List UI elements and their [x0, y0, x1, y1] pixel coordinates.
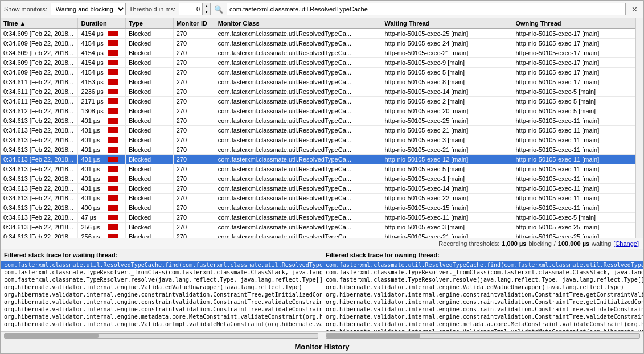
table-scrollbar[interactable]: [635, 18, 643, 238]
owning-stack-scrollbar: [322, 331, 643, 340]
waiting-scrollbar-thumb: [5, 334, 99, 338]
stack-line: org.hibernate.validator.internal.engine.…: [1, 298, 322, 306]
table-row[interactable]: 0:34.613 [Feb 22, 2018...400 µsBlocked27…: [1, 203, 643, 213]
col-header-type[interactable]: Type: [126, 18, 174, 29]
table-row[interactable]: 0:34.609 [Feb 22, 2018...4154 µsBlocked2…: [1, 39, 643, 48]
blocked-bar: [108, 195, 118, 201]
blocked-bar: [108, 176, 118, 182]
waiting-stack-trace-content[interactable]: com.fasterxml.classmate.util.ResolvedTyp…: [1, 261, 322, 331]
table-row[interactable]: 0:34.609 [Feb 22, 2018...4154 µsBlocked2…: [1, 58, 643, 68]
search-icon: 🔍: [214, 5, 223, 14]
recording-thresholds: Recording thresholds: 1,000 µs blocking …: [1, 238, 643, 249]
table-row[interactable]: 0:34.613 [Feb 22, 2018...401 µsBlocked27…: [1, 184, 643, 194]
col-header-monitor-id[interactable]: Monitor ID: [173, 18, 215, 29]
show-monitors-select[interactable]: Waiting and blocking All Waiting only Bl…: [51, 3, 126, 15]
table-row[interactable]: 0:34.611 [Feb 22, 2018...2171 µsBlocked2…: [1, 97, 643, 106]
blocked-bar: [108, 40, 118, 46]
change-link[interactable]: [Change]: [613, 240, 639, 247]
blocked-bar: [108, 118, 118, 124]
table-row[interactable]: 0:34.609 [Feb 22, 2018...4154 µsBlocked2…: [1, 29, 643, 39]
blocked-bar: [108, 166, 118, 172]
blocked-bar: [108, 234, 118, 238]
blocked-bar: [108, 224, 118, 230]
table-row[interactable]: 0:34.613 [Feb 22, 2018...401 µsBlocked27…: [1, 145, 643, 155]
blocked-bar: [108, 60, 118, 65]
table-row[interactable]: 0:34.613 [Feb 22, 2018...401 µsBlocked27…: [1, 174, 643, 184]
table-row[interactable]: 0:34.609 [Feb 22, 2018...4154 µsBlocked2…: [1, 48, 643, 58]
toolbar: Show monitors: Waiting and blocking All …: [1, 1, 643, 18]
col-header-waiting-thread[interactable]: Waiting Thread: [382, 18, 512, 29]
waiting-scrollbar-track[interactable]: [4, 333, 318, 339]
table-row[interactable]: 0:34.613 [Feb 22, 2018...401 µsBlocked27…: [1, 135, 643, 145]
blocked-bar: [108, 157, 118, 162]
blocked-bar: [108, 31, 118, 36]
table-row[interactable]: 0:34.613 [Feb 22, 2018...401 µsBlocked27…: [1, 116, 643, 126]
stack-line: org.hibernate.validator.internal.engine.…: [322, 313, 643, 320]
stack-line: org.hibernate.validator.internal.engine.…: [322, 283, 643, 291]
blocking-label: blocking: [528, 240, 551, 247]
stack-line: org.hibernate.validator.internal.engine.…: [1, 313, 322, 320]
blocked-bar: [108, 127, 118, 133]
waiting-stack-scrollbar: [1, 331, 322, 340]
show-monitors-label: Show monitors:: [4, 6, 47, 13]
bottom-section: Recording thresholds: 1,000 µs blocking …: [1, 238, 643, 353]
blocked-bar: [108, 215, 118, 220]
blocked-bar: [108, 50, 118, 56]
col-header-owning-thread[interactable]: Owning Thread: [512, 18, 643, 29]
threshold-input[interactable]: 0: [179, 3, 202, 15]
table-row[interactable]: 0:34.611 [Feb 22, 2018...4153 µsBlocked2…: [1, 77, 643, 87]
blocked-bar: [108, 186, 118, 191]
stack-line: org.hibernate.validator.internal.engine.…: [322, 320, 643, 328]
stack-line: org.hibernate.validator.internal.engine.…: [322, 291, 643, 298]
monitor-table: Time ▲ Duration Type Monitor ID Monitor …: [1, 18, 643, 238]
table-row[interactable]: 0:34.612 [Feb 22, 2018...1308 µsBlocked2…: [1, 106, 643, 116]
stack-line: org.hibernate.validator.internal.engine.…: [1, 283, 322, 291]
blocked-bar: [108, 205, 118, 211]
stack-line: org.hibernate.validator.internal.engine.…: [322, 306, 643, 313]
col-header-duration[interactable]: Duration: [78, 18, 126, 29]
close-button[interactable]: ✕: [629, 5, 640, 14]
threshold-label: Threshold in ms:: [129, 6, 175, 13]
owning-stack-trace-header: Filtered stack trace for owning thread:: [322, 249, 643, 261]
table-row[interactable]: 0:34.613 [Feb 22, 2018...401 µsBlocked27…: [1, 164, 643, 174]
table-row[interactable]: 0:34.613 [Feb 22, 2018...401 µsBlocked27…: [1, 126, 643, 135]
stack-traces-container: Filtered stack trace for waiting thread:…: [1, 249, 643, 340]
stack-line: com.fasterxml.classmate.TypeResolver.res…: [1, 276, 322, 283]
waiting-value: 100,000 µs: [558, 240, 589, 247]
col-header-time[interactable]: Time ▲: [1, 18, 78, 29]
stack-line: com.fasterxml.classmate.util.ResolvedTyp…: [1, 261, 322, 269]
blocked-bar: [108, 69, 118, 75]
stack-line: org.hibernate.validator.internal.engine.…: [322, 298, 643, 306]
blocking-value: 1,000 µs: [502, 240, 526, 247]
owning-stack-trace-content[interactable]: com.fasterxml.classmate.util.ResolvedTyp…: [322, 261, 643, 331]
table-row[interactable]: 0:34.613 [Feb 22, 2018...47 µsBlocked270…: [1, 213, 643, 223]
stack-line: com.fasterxml.classmate.TypeResolver._fr…: [1, 269, 322, 276]
col-header-monitor-class[interactable]: Monitor Class: [215, 18, 382, 29]
main-window: Show monitors: Waiting and blocking All …: [0, 0, 644, 354]
page-title: Monitor History: [1, 340, 643, 353]
monitor-table-container: Time ▲ Duration Type Monitor ID Monitor …: [1, 18, 643, 238]
waiting-label: waiting: [592, 240, 611, 247]
blocked-bar: [108, 98, 118, 104]
waiting-stack-trace-panel: Filtered stack trace for waiting thread:…: [1, 249, 322, 340]
stack-line: org.hibernate.validator.internal.engine.…: [1, 306, 322, 313]
stack-line: org.hibernate.validator.internal.engine.…: [1, 291, 322, 298]
owning-scrollbar-thumb: [326, 334, 420, 338]
table-row[interactable]: 0:34.611 [Feb 22, 2018...2236 µsBlocked2…: [1, 87, 643, 97]
blocked-bar: [108, 79, 118, 85]
owning-scrollbar-track[interactable]: [326, 333, 640, 339]
table-row[interactable]: 0:34.613 [Feb 22, 2018...401 µsBlocked27…: [1, 155, 643, 164]
table-row[interactable]: 0:34.613 [Feb 22, 2018...256 µsBlocked27…: [1, 223, 643, 232]
table-row[interactable]: 0:34.613 [Feb 22, 2018...401 µsBlocked27…: [1, 194, 643, 203]
threshold-down-button[interactable]: ▼: [203, 9, 210, 15]
table-row[interactable]: 0:34.613 [Feb 22, 2018...256 µsBlocked27…: [1, 232, 643, 239]
search-input[interactable]: com.fasterxml.classmate.util.ResolvedTyp…: [227, 3, 626, 15]
threshold-up-button[interactable]: ▲: [203, 3, 210, 9]
table-row[interactable]: 0:34.609 [Feb 22, 2018...4154 µsBlocked2…: [1, 68, 643, 77]
stack-line: com.fasterxml.classmate.TypeResolver.res…: [322, 276, 643, 283]
blocked-bar: [108, 147, 118, 153]
stack-line: org.hibernate.validator.internal.engine.…: [1, 320, 322, 328]
blocked-bar: [108, 108, 118, 114]
owning-stack-trace-panel: Filtered stack trace for owning thread: …: [322, 249, 643, 340]
blocked-bar: [108, 137, 118, 143]
